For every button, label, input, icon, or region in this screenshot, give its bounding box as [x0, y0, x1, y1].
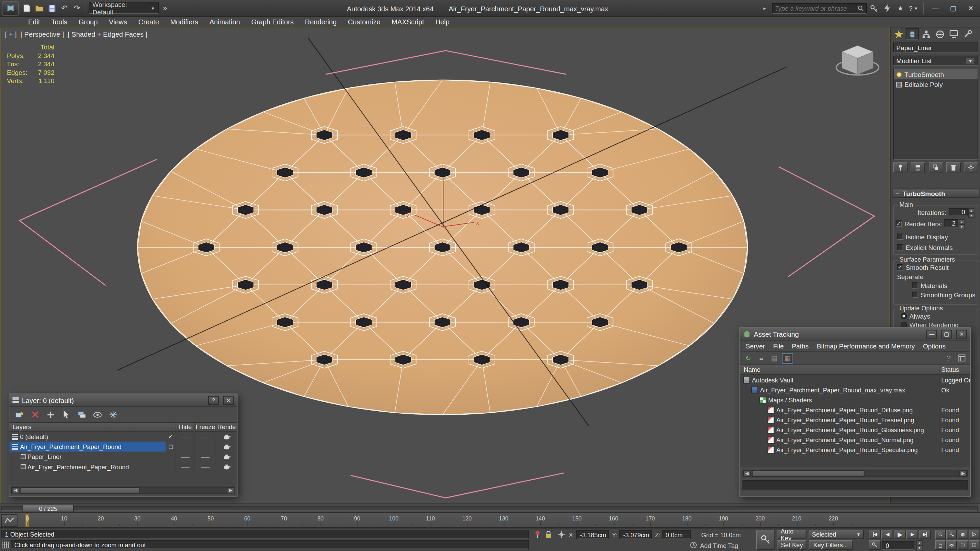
- tab-hierarchy[interactable]: [920, 28, 932, 40]
- selection-lock-toggle[interactable]: [543, 530, 554, 539]
- render-cell[interactable]: [216, 441, 237, 451]
- asset-hscrollbar[interactable]: ◀ ▶: [743, 470, 967, 477]
- object-name-field[interactable]: Paper_Liner: [893, 43, 978, 52]
- tab-create[interactable]: [892, 28, 905, 40]
- freeze-cell[interactable]: –––: [194, 432, 216, 441]
- refresh-icon[interactable]: ↻: [743, 353, 754, 363]
- column-layers[interactable]: Layers: [9, 424, 175, 430]
- tab-utilities[interactable]: [961, 28, 974, 40]
- menu-maxscript[interactable]: MAXScript: [386, 18, 430, 26]
- always-radio[interactable]: [900, 313, 907, 319]
- smooth-result-checkbox[interactable]: ✓: [897, 264, 903, 270]
- current-layer-box[interactable]: [168, 445, 173, 449]
- make-unique-icon[interactable]: [929, 162, 943, 172]
- render-iters-checkbox[interactable]: ✓: [896, 220, 902, 226]
- auto-key-button[interactable]: Auto Key: [778, 530, 807, 539]
- hide-cell[interactable]: –––: [175, 452, 194, 462]
- search-icon[interactable]: [858, 5, 864, 12]
- editable-poly-icon[interactable]: [896, 81, 902, 87]
- tab-modify[interactable]: [906, 28, 919, 40]
- scroll-left-icon[interactable]: ◀: [12, 487, 19, 493]
- asset-row[interactable]: Air_Fryer_Parchment_Paper_Round_Fresnel.…: [740, 415, 970, 425]
- asset-row[interactable]: Air_Fryer_Parchment_Paper_Round_Diffuse.…: [740, 405, 970, 415]
- next-frame-button[interactable]: ▶: [906, 530, 918, 539]
- hide-cell[interactable]: –––: [175, 441, 194, 451]
- zoom-all-icon[interactable]: [947, 530, 957, 539]
- isoline-display-checkbox[interactable]: [897, 234, 903, 240]
- asset-help-icon[interactable]: ?: [943, 353, 955, 363]
- new-scene-icon[interactable]: [21, 2, 33, 14]
- current-frame-field[interactable]: 0: [882, 541, 915, 549]
- menu-animation[interactable]: Animation: [204, 18, 246, 26]
- asset-row[interactable]: Air_Fryer_Parchment_Paper_Round_Glossine…: [740, 425, 970, 435]
- asset-row[interactable]: Air_Fryer_Parchment_Paper_Round_max_vray…: [740, 385, 970, 395]
- pan-hand-icon[interactable]: [935, 540, 946, 549]
- z-coordinate-field[interactable]: 0.0cm: [662, 530, 691, 539]
- materials-checkbox[interactable]: [912, 282, 918, 288]
- freeze-cell[interactable]: –––: [194, 452, 216, 462]
- minimize-icon[interactable]: —: [926, 330, 937, 338]
- modifier-stack-item[interactable]: TurboSmooth: [894, 69, 978, 79]
- sign-in-icon[interactable]: [868, 2, 880, 14]
- field-of-view-icon[interactable]: [969, 530, 979, 539]
- layer-name-cell[interactable]: Paper_Liner: [9, 452, 165, 462]
- key-mode-toggle[interactable]: [869, 540, 881, 549]
- absolute-mode-toggle[interactable]: [556, 530, 566, 539]
- time-slider-handle[interactable]: 0 / 225: [23, 505, 74, 512]
- list-view-icon[interactable]: ≡: [756, 353, 767, 363]
- key-mode-dropdown[interactable]: Selected ▼: [809, 530, 864, 539]
- zoom-region-icon[interactable]: [958, 540, 968, 549]
- toolbar-overflow-icon[interactable]: »: [159, 2, 171, 14]
- menu-modifiers[interactable]: Modifiers: [164, 18, 204, 26]
- modifier-list-dropdown[interactable]: Modifier List ▼: [893, 56, 978, 65]
- asset-row[interactable]: Air_Fryer_Parchment_Paper_Round_Normal.p…: [740, 435, 970, 445]
- render-cell[interactable]: [216, 462, 237, 472]
- layer-name-cell[interactable]: Air_Fryer_Parchment_Paper_Round: [9, 462, 165, 472]
- scroll-left-icon[interactable]: ◀: [743, 470, 751, 476]
- tab-display[interactable]: [947, 28, 960, 40]
- current-layer-cell[interactable]: [165, 441, 175, 451]
- window-grid-icon[interactable]: [1, 540, 9, 549]
- asset-menu-file[interactable]: File: [773, 342, 784, 349]
- viewport-general-menu[interactable]: [ + ]: [5, 30, 17, 38]
- smoothing-groups-checkbox[interactable]: [912, 292, 918, 298]
- menu-group[interactable]: Group: [73, 18, 103, 26]
- delete-layer-icon[interactable]: [29, 409, 41, 420]
- redo-icon[interactable]: ↷: [71, 2, 83, 14]
- hide-cell[interactable]: –––: [175, 432, 194, 441]
- create-new-layer-icon[interactable]: [13, 409, 25, 420]
- column-name[interactable]: Name: [740, 366, 939, 373]
- frame-spinner[interactable]: ▲▼: [916, 540, 923, 549]
- x-coordinate-field[interactable]: -3.185cm: [576, 530, 609, 539]
- freeze-cell[interactable]: –––: [194, 462, 216, 472]
- set-keys-button[interactable]: [756, 530, 775, 549]
- freeze-cell[interactable]: –––: [194, 441, 216, 451]
- column-freeze[interactable]: Freeze: [194, 423, 216, 431]
- add-time-tag-button[interactable]: Add Time Tag: [700, 542, 738, 549]
- asset-menu-paths[interactable]: Paths: [792, 342, 808, 349]
- modifier-stack-item[interactable]: Editable Poly: [894, 79, 978, 89]
- asset-options-icon[interactable]: [956, 353, 967, 363]
- add-to-layer-icon[interactable]: [44, 409, 57, 420]
- play-button[interactable]: ▶: [894, 530, 906, 539]
- freeze-layers-icon[interactable]: [107, 409, 119, 420]
- communication-center-icon[interactable]: [881, 2, 893, 14]
- select-highlighted-icon[interactable]: [60, 409, 73, 420]
- layer-row[interactable]: Air_Fryer_Parchment_Paper_Round––––––: [9, 441, 237, 451]
- app-button[interactable]: [2, 1, 19, 16]
- close-icon[interactable]: ✕: [223, 396, 234, 405]
- menu-customize[interactable]: Customize: [342, 18, 386, 26]
- column-render[interactable]: Rende: [216, 423, 237, 431]
- previous-frame-button[interactable]: ◀: [881, 530, 893, 539]
- asset-row[interactable]: Maps / Shaders: [740, 395, 970, 405]
- tab-motion[interactable]: [933, 28, 947, 40]
- layer-row[interactable]: Air_Fryer_Parchment_Paper_Round––––––: [9, 462, 237, 472]
- iterations-field[interactable]: 0: [949, 208, 967, 216]
- asset-menu-options[interactable]: Options: [923, 342, 946, 349]
- asset-row[interactable]: Autodesk VaultLogged Ou: [740, 375, 970, 385]
- pin-stack-icon[interactable]: [893, 162, 907, 172]
- asset-dialog-titlebar[interactable]: Asset Tracking — ▢ ✕: [740, 328, 970, 340]
- save-file-icon[interactable]: [46, 2, 58, 14]
- maximize-button[interactable]: ▢: [945, 2, 961, 14]
- go-to-end-button[interactable]: ▶|: [919, 530, 931, 539]
